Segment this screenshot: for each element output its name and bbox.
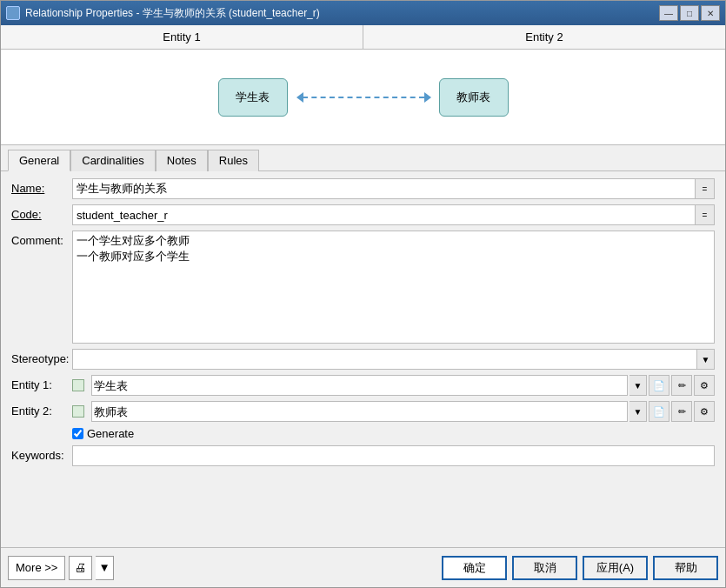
code-input-wrap: = xyxy=(72,204,715,225)
maximize-button[interactable]: □ xyxy=(680,5,699,21)
print-dropdown-button[interactable]: ▼ xyxy=(96,556,113,580)
keywords-wrap xyxy=(72,445,715,466)
close-button[interactable]: ✕ xyxy=(701,5,720,21)
tab-rules[interactable]: Rules xyxy=(208,150,259,171)
tab-cardinalities[interactable]: Cardinalities xyxy=(70,150,156,171)
print-icon: 🖨 xyxy=(75,561,86,574)
form-area: Name: = Code: = Comment: Stereotype: xyxy=(1,171,725,547)
generate-row: Generate xyxy=(72,427,715,440)
apply-button[interactable]: 应用(A) xyxy=(583,556,648,580)
bottom-bar: More >> 🖨 ▼ 确定 取消 应用(A) 帮助 xyxy=(1,547,725,587)
help-button[interactable]: 帮助 xyxy=(653,556,718,580)
name-input-wrap: = xyxy=(72,178,715,199)
keywords-label: Keywords: xyxy=(11,445,72,462)
entity1-prefix xyxy=(72,379,87,391)
entity1-prop-btn[interactable]: ⚙ xyxy=(694,375,715,396)
entity1-edit-btn[interactable]: ✏ xyxy=(671,375,692,396)
entity2-select[interactable]: 教师表 xyxy=(91,401,628,422)
entity2-row: Entity 2: 教师表 ▼ 📄 ✏ ⚙ xyxy=(11,401,715,422)
window-title: Relationship Properties - 学生与教师的关系 (stud… xyxy=(25,6,659,21)
keywords-row: Keywords: xyxy=(11,445,715,466)
entity2-label: Entity 2: xyxy=(11,401,72,418)
tab-general[interactable]: General xyxy=(8,150,70,171)
main-window: Relationship Properties - 学生与教师的关系 (stud… xyxy=(0,0,726,588)
name-input[interactable] xyxy=(72,178,696,199)
entity2-browse-btn[interactable]: 📄 xyxy=(649,401,669,422)
entity1-browse-btn[interactable]: 📄 xyxy=(649,375,669,396)
entity2-header: Entity 2 xyxy=(363,25,725,49)
entity2-row-wrap: 教师表 ▼ 📄 ✏ ⚙ xyxy=(72,401,715,422)
window-icon xyxy=(6,6,20,20)
stereotype-wrap: ▼ xyxy=(72,349,715,370)
arrow-right-icon xyxy=(424,92,431,103)
bottom-left: More >> 🖨 ▼ xyxy=(8,556,114,580)
entity2-prop-btn[interactable]: ⚙ xyxy=(694,401,715,422)
entity2-prefix-icon xyxy=(72,405,84,418)
minimize-button[interactable]: — xyxy=(659,5,678,21)
generate-label: Generate xyxy=(87,427,134,440)
code-btn[interactable]: = xyxy=(696,204,715,225)
comment-label: Comment: xyxy=(11,231,72,247)
entity2-prefix xyxy=(72,405,87,418)
print-button[interactable]: 🖨 xyxy=(69,556,92,580)
stereotype-label: Stereotype: xyxy=(11,349,72,365)
keywords-input[interactable] xyxy=(72,445,715,466)
entity1-prefix-icon xyxy=(72,379,84,391)
entity1-label: Entity 1: xyxy=(11,375,72,391)
entity1-header: Entity 1 xyxy=(1,25,363,49)
tab-notes[interactable]: Notes xyxy=(156,150,208,171)
entity2-box[interactable]: 教师表 xyxy=(439,78,509,117)
code-label: Code: xyxy=(11,204,72,221)
comment-textarea[interactable] xyxy=(72,231,715,344)
name-btn[interactable]: = xyxy=(696,178,715,199)
dashed-connector xyxy=(303,97,424,98)
stereotype-dropdown-arrow[interactable]: ▼ xyxy=(697,349,715,370)
entity-header: Entity 1 Entity 2 xyxy=(1,25,725,50)
code-row: Code: = xyxy=(11,204,715,225)
bottom-right: 确定 取消 应用(A) 帮助 xyxy=(442,556,718,580)
code-input[interactable] xyxy=(72,204,696,225)
name-row: Name: = xyxy=(11,178,715,199)
tabs-container: General Cardinalities Notes Rules xyxy=(1,145,725,171)
entity1-row: Entity 1: 学生表 ▼ 📄 ✏ ⚙ xyxy=(11,375,715,396)
entity1-select[interactable]: 学生表 xyxy=(91,375,628,396)
entity1-row-wrap: 学生表 ▼ 📄 ✏ ⚙ xyxy=(72,375,715,396)
stereotype-row: Stereotype: ▼ xyxy=(11,349,715,370)
generate-checkbox[interactable] xyxy=(72,428,83,439)
entity2-select-arrow[interactable]: ▼ xyxy=(629,401,647,422)
relation-line xyxy=(296,92,430,103)
entity2-edit-btn[interactable]: ✏ xyxy=(671,401,692,422)
comment-row: Comment: xyxy=(11,231,715,344)
confirm-button[interactable]: 确定 xyxy=(442,556,507,580)
title-bar: Relationship Properties - 学生与教师的关系 (stud… xyxy=(1,1,725,25)
cancel-button[interactable]: 取消 xyxy=(512,556,577,580)
entity1-box[interactable]: 学生表 xyxy=(218,78,288,117)
stereotype-select[interactable] xyxy=(72,349,697,370)
print-dropdown-arrow-icon: ▼ xyxy=(98,561,110,574)
more-button[interactable]: More >> xyxy=(8,556,65,580)
entity1-select-arrow[interactable]: ▼ xyxy=(629,375,647,396)
window-controls: — □ ✕ xyxy=(659,5,720,21)
name-label: Name: xyxy=(11,178,72,195)
diagram-area: 学生表 教师表 xyxy=(1,50,725,145)
tabs: General Cardinalities Notes Rules xyxy=(8,149,718,170)
